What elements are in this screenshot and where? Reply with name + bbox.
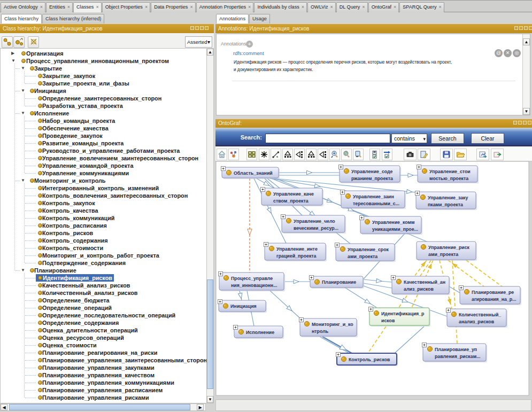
- svg-text:Контроль_рисков: Контроль_рисков: [349, 357, 390, 362]
- svg-text:нтроль: нтроль: [312, 329, 329, 334]
- svg-text:пками_проекта: пками_проекта: [428, 202, 463, 207]
- svg-text:веческими_ресур...: веческими_ресур...: [294, 226, 338, 231]
- svg-text:Управление_комм: Управление_комм: [372, 220, 414, 225]
- svg-text:Исполнение: Исполнение: [246, 330, 274, 335]
- svg-text:тересованными_с...: тересованными_с...: [353, 201, 399, 206]
- svg-text:Планирование_уп: Планирование_уп: [435, 347, 477, 352]
- svg-text:Планирование: Планирование: [322, 279, 356, 285]
- svg-text:ами_проекта: ами_проекта: [428, 252, 458, 257]
- svg-text:Управление_стои: Управление_стои: [429, 169, 471, 174]
- svg-text:Управление_каче: Управление_каче: [273, 191, 314, 197]
- svg-text:Качественный_ан: Качественный_ан: [404, 279, 445, 285]
- svg-text:ами_проекта: ами_проекта: [348, 254, 377, 259]
- svg-text:Мониторинг_и_ко: Мониторинг_и_ко: [312, 322, 353, 327]
- svg-text:Управление_чело: Управление_чело: [294, 219, 335, 224]
- svg-text:Управление_срок: Управление_срок: [348, 247, 389, 252]
- svg-text:Инициация: Инициация: [230, 304, 257, 309]
- svg-text:Область_знаний: Область_знаний: [234, 170, 273, 176]
- svg-text:Процесс_управле: Процесс_управле: [231, 276, 273, 281]
- svg-text:Управление_риск: Управление_риск: [428, 245, 470, 250]
- svg-text:Планирование_ре: Планирование_ре: [472, 290, 514, 295]
- svg-text:мостью_проекта: мостью_проекта: [429, 176, 468, 181]
- svg-text:Количественный_: Количественный_: [459, 312, 501, 317]
- svg-text:ством_проекта: ством_проекта: [273, 198, 309, 204]
- svg-text:ржанием_проекта: ржанием_проекта: [351, 176, 393, 181]
- svg-text:анализ_рисков: анализ_рисков: [459, 319, 495, 324]
- svg-text:Идентификация_р: Идентификация_р: [381, 311, 425, 316]
- svg-text:Управление_соде: Управление_соде: [351, 169, 393, 174]
- svg-text:ния_инновационн...: ния_инновационн...: [231, 283, 277, 288]
- svg-text:равления_рискам...: равления_рискам...: [435, 354, 480, 359]
- svg-text:Управление_заку: Управление_заку: [428, 195, 468, 200]
- svg-text:грацией_проекта: грацией_проекта: [276, 253, 317, 259]
- svg-text:ализ_рисков: ализ_рисков: [404, 286, 434, 292]
- svg-text:s: s: [276, 155, 278, 158]
- svg-text:исков: исков: [381, 318, 395, 323]
- svg-text:агирования_на_р...: агирования_на_р...: [472, 297, 516, 302]
- svg-text:Управление_инте: Управление_инте: [276, 246, 318, 252]
- svg-text:уникациями_прое...: уникациями_прое...: [372, 227, 418, 232]
- svg-text:Управление_заин: Управление_заин: [353, 194, 394, 199]
